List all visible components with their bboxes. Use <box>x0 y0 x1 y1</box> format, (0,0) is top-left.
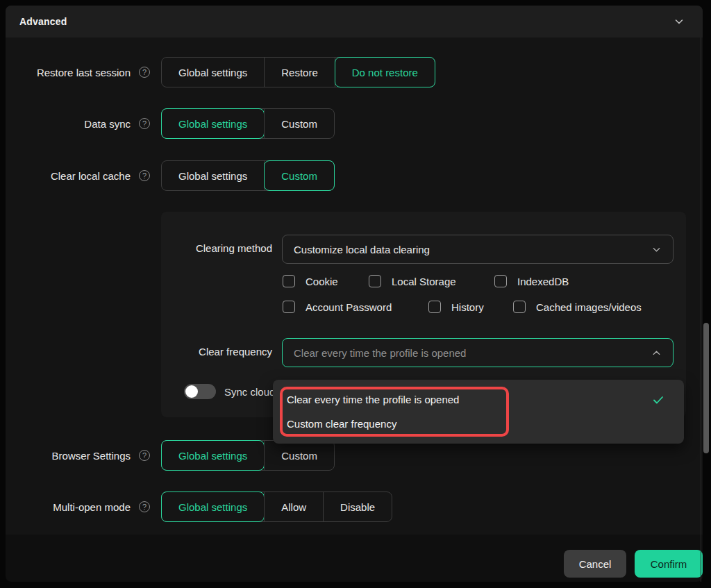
row-data-sync: Data sync Global settings Custom <box>6 108 335 139</box>
segmented-browser-settings: Global settings Custom <box>161 440 335 471</box>
dropdown-option-label: Clear every time the profile is opened <box>287 394 459 405</box>
row-label: Multi-open mode <box>53 501 131 513</box>
checkbox-cookie[interactable]: Cookie <box>283 274 338 288</box>
segmented-restore-last-session: Global settings Restore Do not restore <box>161 57 435 87</box>
checkbox-cached-images-videos[interactable]: Cached images/videos <box>513 300 642 314</box>
segmented-clear-local-cache: Global settings Custom <box>161 160 335 191</box>
help-icon[interactable] <box>139 67 150 78</box>
clear-frequency-label: Clear frequency <box>199 346 272 358</box>
segment-custom[interactable]: Custom <box>264 161 334 190</box>
checkbox-label: IndexedDB <box>517 276 569 287</box>
checkbox-history[interactable]: History <box>428 300 484 314</box>
clear-frequency-select[interactable]: Clear every time the profile is opened <box>282 338 674 367</box>
segment-custom[interactable]: Custom <box>264 441 334 470</box>
segment-global-settings[interactable]: Global settings <box>162 109 264 138</box>
checkbox-label: Local Storage <box>392 276 456 287</box>
segment-global-settings[interactable]: Global settings <box>162 58 264 87</box>
label-cell: Clear local cache <box>6 170 150 182</box>
row-restore-last-session: Restore last session Global settings Res… <box>6 57 435 87</box>
toggle-knob <box>185 385 198 398</box>
sync-cloud-toggle[interactable] <box>184 384 216 399</box>
clear-frequency-dropdown-menu: Clear every time the profile is opened C… <box>273 380 684 444</box>
row-label: Data sync <box>84 118 131 130</box>
segment-restore[interactable]: Restore <box>264 58 335 87</box>
row-browser-settings: Browser Settings Global settings Custom <box>6 440 335 471</box>
scrollbar-thumb[interactable] <box>703 323 709 453</box>
checkbox-box[interactable] <box>283 301 295 313</box>
row-clear-local-cache: Clear local cache Global settings Custom <box>6 160 335 191</box>
checkbox-box[interactable] <box>428 301 441 313</box>
clearing-method-value: Customize local data clearing <box>294 244 430 255</box>
segment-global-settings[interactable]: Global settings <box>162 441 264 470</box>
segment-custom[interactable]: Custom <box>264 109 334 138</box>
clearing-method-select[interactable]: Customize local data clearing <box>282 235 674 264</box>
segmented-multi-open-mode: Global settings Allow Disable <box>161 492 392 522</box>
checkbox-box[interactable] <box>283 275 295 287</box>
segment-disable[interactable]: Disable <box>323 492 392 521</box>
checkbox-label: Cached images/videos <box>536 301 642 313</box>
chevron-down-icon <box>651 244 662 255</box>
help-icon[interactable] <box>139 450 150 461</box>
advanced-section: Advanced Restore last session Global set… <box>6 6 703 582</box>
checkbox-box[interactable] <box>369 275 381 287</box>
checkbox-indexeddb[interactable]: IndexedDB <box>494 274 569 288</box>
label-cell: Browser Settings <box>6 450 150 462</box>
settings-body: Restore last session Global settings Res… <box>6 37 703 535</box>
sync-cloud-label: Sync cloud <box>224 384 275 399</box>
checkbox-box[interactable] <box>494 275 507 287</box>
cancel-button[interactable]: Cancel <box>564 550 626 578</box>
label-cell: Restore last session <box>6 67 150 78</box>
chevron-down-icon[interactable] <box>674 16 685 27</box>
checkbox-account-password[interactable]: Account Password <box>283 300 392 314</box>
panel-edge-divider <box>701 37 701 582</box>
chevron-up-icon <box>651 348 662 358</box>
segment-do-not-restore[interactable]: Do not restore <box>335 58 435 87</box>
row-label: Clear local cache <box>51 170 131 182</box>
help-icon[interactable] <box>139 118 150 129</box>
segment-global-settings[interactable]: Global settings <box>162 161 264 190</box>
label-cell: Multi-open mode <box>6 501 150 513</box>
row-label: Restore last session <box>37 67 131 78</box>
segmented-data-sync: Global settings Custom <box>161 108 335 139</box>
clear-frequency-value: Clear every time the profile is opened <box>294 347 466 359</box>
advanced-settings-screen: Advanced Restore last session Global set… <box>0 0 711 588</box>
segment-allow[interactable]: Allow <box>264 492 323 521</box>
check-icon <box>652 394 664 406</box>
checkbox-box[interactable] <box>513 301 526 313</box>
checkbox-label: Account Password <box>306 301 392 313</box>
section-title: Advanced <box>19 16 67 27</box>
segment-global-settings[interactable]: Global settings <box>162 492 264 521</box>
help-icon[interactable] <box>139 501 150 512</box>
checkbox-label: History <box>451 301 484 313</box>
dropdown-option-label: Custom clear frequency <box>287 418 396 430</box>
advanced-section-header[interactable]: Advanced <box>6 6 703 37</box>
label-cell: Data sync <box>6 118 150 130</box>
dropdown-option-clear-every-time[interactable]: Clear every time the profile is opened <box>273 387 684 412</box>
help-icon[interactable] <box>139 170 150 181</box>
row-multi-open-mode: Multi-open mode Global settings Allow Di… <box>6 492 392 522</box>
confirm-button[interactable]: Confirm <box>635 550 703 578</box>
clearing-method-label: Clearing method <box>196 242 272 254</box>
row-label: Browser Settings <box>52 450 131 462</box>
checkbox-label: Cookie <box>306 276 338 287</box>
dropdown-option-custom-clear-frequency[interactable]: Custom clear frequency <box>273 412 684 436</box>
checkbox-local-storage[interactable]: Local Storage <box>369 274 456 288</box>
